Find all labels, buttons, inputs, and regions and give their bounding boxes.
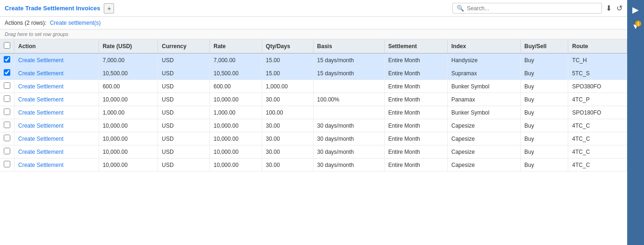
row-checkbox[interactable] — [4, 95, 10, 102]
select-all-header[interactable] — [0, 39, 14, 53]
table-container: Action Rate (USD) Currency Rate Qty/Days… — [0, 39, 627, 245]
cell-currency: USD — [158, 80, 210, 93]
actions-label: Actions (2 rows): — [5, 20, 46, 26]
col-qty-days: Qty/Days — [262, 39, 313, 53]
row-checkbox-cell[interactable] — [0, 119, 14, 132]
row-checkbox[interactable] — [4, 122, 10, 128]
cell-qty-days: 15.00 — [262, 67, 313, 80]
download-icon[interactable]: ⬇ — [606, 4, 612, 13]
table-row: Create Settlement10,500.00USD10,500.0015… — [0, 67, 627, 80]
page-title: Create Trade Settlement Invoices — [5, 5, 100, 12]
cell-index: Supramax — [447, 67, 520, 80]
cell-buy-sell: Buy — [521, 132, 568, 145]
header: Create Trade Settlement Invoices + 🔍 ⬇ ↺ — [0, 0, 627, 17]
cell-buy-sell: Buy — [521, 53, 568, 67]
cell-currency: USD — [158, 93, 210, 106]
create-settlements-link[interactable]: Create settlement(s) — [50, 20, 101, 26]
refresh-icon[interactable]: ↺ — [616, 4, 623, 13]
cell-route: 4TC_C — [568, 119, 627, 132]
cell-qty-days: 30.00 — [262, 145, 313, 159]
col-index: Index — [447, 39, 520, 53]
action-link[interactable]: Create Settlement — [14, 80, 99, 93]
cell-rate-usd: 10,000.00 — [99, 93, 158, 106]
user-icon[interactable]: ▶ — [630, 3, 641, 17]
cell-basis: 100.00% — [313, 93, 384, 106]
col-currency: Currency — [158, 39, 210, 53]
cell-currency: USD — [158, 145, 210, 159]
action-link[interactable]: Create Settlement — [14, 119, 99, 132]
row-checkbox-cell[interactable] — [0, 53, 14, 67]
col-basis: Basis — [313, 39, 384, 53]
row-checkbox[interactable] — [4, 108, 10, 115]
cell-basis: 15 days/month — [313, 53, 384, 67]
cell-qty-days: 30.00 — [262, 159, 313, 172]
row-checkbox-cell[interactable] — [0, 93, 14, 106]
cell-route: 4TC_C — [568, 159, 627, 172]
table-body: Create Settlement7,000.00USD7,000.0015.0… — [0, 53, 627, 172]
cell-basis: 30 days/month — [313, 145, 384, 159]
table-row: Create Settlement600.00USD600.001,000.00… — [0, 80, 627, 93]
cell-index: Capesize — [447, 145, 520, 159]
header-icons: ⬇ ↺ — [606, 4, 623, 13]
cell-qty-days: 1,000.00 — [262, 80, 313, 93]
row-checkbox-cell[interactable] — [0, 132, 14, 145]
cell-rate: 7,000.00 — [210, 53, 262, 67]
actions-bar: Actions (2 rows): Create settlement(s) — [0, 17, 627, 29]
cell-settlement: Entire Month — [384, 93, 447, 106]
cell-rate: 10,000.00 — [210, 119, 262, 132]
cell-currency: USD — [158, 119, 210, 132]
cell-qty-days: 30.00 — [262, 93, 313, 106]
row-checkbox[interactable] — [4, 82, 10, 89]
search-input[interactable] — [467, 5, 598, 12]
cell-route: 5TC_S — [568, 67, 627, 80]
col-rate-usd: Rate (USD) — [99, 39, 158, 53]
table-row: Create Settlement10,000.00USD10,000.0030… — [0, 119, 627, 132]
table-row: Create Settlement10,000.00USD10,000.0030… — [0, 145, 627, 159]
action-link[interactable]: Create Settlement — [14, 132, 99, 145]
cell-route: 4TC_C — [568, 132, 627, 145]
action-link[interactable]: Create Settlement — [14, 53, 99, 67]
row-checkbox-cell[interactable] — [0, 80, 14, 93]
row-checkbox-cell[interactable] — [0, 106, 14, 119]
row-checkbox-cell[interactable] — [0, 145, 14, 159]
row-checkbox[interactable] — [4, 148, 10, 154]
row-checkbox[interactable] — [4, 69, 10, 76]
cell-currency: USD — [158, 106, 210, 119]
drag-hint: Drag here to set row groups — [0, 29, 627, 39]
cell-basis: 30 days/month — [313, 119, 384, 132]
cell-qty-days: 30.00 — [262, 132, 313, 145]
col-rate: Rate — [210, 39, 262, 53]
cell-rate-usd: 1,000.00 — [99, 106, 158, 119]
action-link[interactable]: Create Settlement — [14, 106, 99, 119]
cell-basis — [313, 80, 384, 93]
row-checkbox[interactable] — [4, 56, 10, 63]
cell-basis: 30 days/month — [313, 132, 384, 145]
cell-settlement: Entire Month — [384, 119, 447, 132]
select-all-checkbox[interactable] — [4, 42, 10, 49]
col-route: Route — [568, 39, 627, 53]
col-buy-sell: Buy/Sell — [521, 39, 568, 53]
filter-icon[interactable]: ▼ 1 — [630, 21, 641, 33]
cell-settlement: Entire Month — [384, 80, 447, 93]
cell-settlement: Entire Month — [384, 106, 447, 119]
action-link[interactable]: Create Settlement — [14, 93, 99, 106]
cell-rate: 1,000.00 — [210, 106, 262, 119]
row-checkbox-cell[interactable] — [0, 67, 14, 80]
action-link[interactable]: Create Settlement — [14, 145, 99, 159]
action-link[interactable]: Create Settlement — [14, 67, 99, 80]
cell-rate: 10,000.00 — [210, 93, 262, 106]
cell-index: Capesize — [447, 132, 520, 145]
row-checkbox[interactable] — [4, 135, 10, 141]
cell-route: SPO180FO — [568, 106, 627, 119]
row-checkbox-cell[interactable] — [0, 159, 14, 172]
add-button[interactable]: + — [104, 3, 114, 14]
action-link[interactable]: Create Settlement — [14, 159, 99, 172]
cell-settlement: Entire Month — [384, 132, 447, 145]
cell-rate-usd: 10,000.00 — [99, 145, 158, 159]
cell-currency: USD — [158, 132, 210, 145]
row-checkbox[interactable] — [4, 161, 10, 167]
cell-currency: USD — [158, 67, 210, 80]
cell-index: Capesize — [447, 119, 520, 132]
cell-index: Handysize — [447, 53, 520, 67]
table-row: Create Settlement10,000.00USD10,000.0030… — [0, 132, 627, 145]
